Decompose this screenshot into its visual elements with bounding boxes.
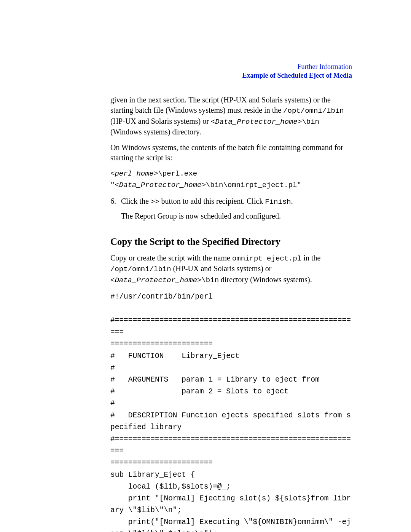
text: button to add this recipient. Click (159, 197, 265, 205)
section-heading: Copy the Script to the Specified Directo… (110, 236, 352, 247)
section-paragraph: Copy or create the script with the name … (110, 253, 352, 286)
text: (HP-UX and Solaris systems) or (171, 264, 272, 273)
inline-code: Finish (265, 198, 291, 206)
step-6: 6. Click the >> button to add this recip… (110, 196, 352, 225)
code-placeholder: <perl_home> (110, 169, 158, 178)
inline-code-placeholder: <Data_Protector_home> (110, 276, 201, 284)
inline-code: \bin (201, 276, 219, 284)
inline-code: >> (151, 198, 159, 206)
text: (Windows systems) directory. (110, 128, 201, 136)
code-text: \bin\omnirpt_eject.pl" (206, 181, 301, 189)
code-text: \perl.exe (158, 169, 201, 178)
inline-code-placeholder: <Data_Protector_home> (211, 118, 302, 126)
text: in the (301, 254, 320, 262)
text: Click the (121, 197, 151, 205)
paragraph-1: given in the next section. The script (H… (110, 95, 352, 137)
header-chapter: Further Information (110, 63, 352, 71)
document-page: Further Information Example of Scheduled… (0, 0, 411, 532)
text: . (291, 197, 293, 205)
text: Copy or create the script with the name (110, 254, 232, 262)
text: On Windows systems, the contents of the … (110, 143, 343, 162)
inline-code: \bin (302, 118, 319, 126)
code-placeholder: <Data_Protector_home> (115, 181, 206, 189)
inline-code: /opt/omni/lbin (283, 107, 344, 115)
inline-code: /opt/omni/lbin (110, 265, 171, 273)
code-text: " (110, 181, 115, 189)
text: directory (Windows systems). (219, 275, 312, 284)
header-section: Example of Scheduled Eject of Media (110, 72, 352, 80)
page-header: Further Information Example of Scheduled… (110, 63, 352, 80)
step-body: Click the >> button to add this recipien… (121, 196, 352, 225)
perl-script-listing: #!/usr/contrib/bin/perl #===============… (110, 291, 352, 532)
inline-code: omnirpt_eject.pl (232, 254, 301, 263)
paragraph-2: On Windows systems, the contents of the … (110, 142, 352, 163)
step-number: 6. (110, 196, 121, 225)
command-block: <perl_home>\perl.exe "<Data_Protector_ho… (110, 168, 352, 191)
text: (HP-UX and Solaris systems) or (110, 117, 211, 125)
text: The Report Group is now scheduled and co… (121, 211, 352, 221)
